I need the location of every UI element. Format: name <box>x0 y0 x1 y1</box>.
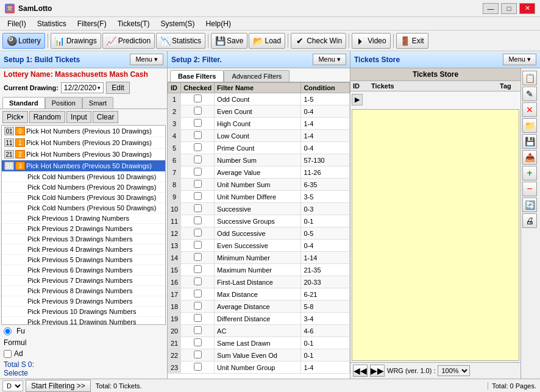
table-row[interactable]: 1 Odd Count 1-5 <box>168 93 350 105</box>
filter-checked-cell[interactable] <box>181 337 215 349</box>
table-row[interactable]: 22 Sum Value Even Od 0-1 <box>168 349 350 362</box>
list-item[interactable]: Pick Previous 2 Drawings Numbers <box>2 224 165 234</box>
toolbar-load[interactable]: 📂 Load <box>249 33 285 49</box>
toolbar-statistics[interactable]: 📉 Statistics <box>156 33 205 49</box>
list-item[interactable]: 111Pick Hot Numbers (Previous 20 Drawing… <box>2 137 165 149</box>
action-btn-export[interactable]: 📤 <box>522 150 537 165</box>
filter-checked-cell[interactable] <box>181 276 215 288</box>
action-btn-remove[interactable]: − <box>522 182 537 196</box>
radio-full[interactable] <box>4 327 12 335</box>
action-btn-refresh[interactable]: 🔄 <box>522 198 537 212</box>
menu-file[interactable]: File(I) <box>2 18 31 29</box>
list-item[interactable]: Pick Previous 10 Drawings Numbers <box>2 307 165 317</box>
close-button[interactable]: ✕ <box>519 3 535 14</box>
table-row[interactable]: 17 Max Distance 6-21 <box>168 288 350 301</box>
minimize-button[interactable]: — <box>483 3 499 14</box>
toolbar-save[interactable]: 💾 Save <box>211 33 247 49</box>
toolbar-checkwin[interactable]: ✔ Check Win <box>291 33 346 49</box>
toolbar-drawings[interactable]: 📊 Drawings <box>51 33 101 49</box>
action-btn-edit[interactable]: ✎ <box>522 87 537 101</box>
input-button[interactable]: Input <box>66 111 91 123</box>
menu-system[interactable]: System(S) <box>156 18 200 29</box>
filter-checked-cell[interactable] <box>181 313 215 325</box>
filter-checked-cell[interactable] <box>181 191 215 203</box>
filter-checked-cell[interactable] <box>181 93 215 105</box>
table-row[interactable]: 20 AC 4-6 <box>168 325 350 337</box>
action-btn-folder[interactable]: 📁 <box>522 118 537 133</box>
table-row[interactable]: 16 First-Last Distance 20-33 <box>168 276 350 288</box>
filter-checked-cell[interactable] <box>181 288 215 301</box>
filter-checked-cell[interactable] <box>181 240 215 252</box>
table-row[interactable]: 3 High Count 1-4 <box>168 118 350 130</box>
action-btn-copy[interactable]: 📋 <box>522 71 537 85</box>
filter-checked-cell[interactable] <box>181 215 215 227</box>
table-row[interactable]: 10 Successive 0-3 <box>168 203 350 215</box>
edit-button[interactable]: Edit <box>106 82 130 94</box>
tab-standard[interactable]: Standard <box>2 97 45 109</box>
table-row[interactable]: 18 Average Distance 5-8 <box>168 301 350 313</box>
list-item[interactable]: Pick Cold Numbers (Previous 30 Drawings) <box>2 193 165 203</box>
filter-checked-cell[interactable] <box>181 362 215 374</box>
table-row[interactable]: 11 Successive Groups 0-1 <box>168 215 350 227</box>
filter-checked-cell[interactable] <box>181 301 215 313</box>
list-item[interactable]: Pick Previous 5 Drawings Numbers <box>2 255 165 265</box>
list-item[interactable]: Pick Previous 11 Drawings Numbers <box>2 317 165 325</box>
nav-prev-button[interactable]: ◀◀ <box>353 365 368 377</box>
list-item[interactable]: Pick Cold Numbers (Previous 10 Drawings) <box>2 172 165 182</box>
menu-tickets[interactable]: Tickets(T) <box>113 18 155 29</box>
action-btn-delete[interactable]: ✕ <box>522 102 537 117</box>
table-row[interactable]: 9 Unit Number Differe 3-5 <box>168 191 350 203</box>
filter-checked-cell[interactable] <box>181 227 215 240</box>
table-row[interactable]: 7 Average Value 11-26 <box>168 166 350 179</box>
table-row[interactable]: 13 Even Successive 0-4 <box>168 240 350 252</box>
drawing-date-arrow[interactable]: ▾ <box>98 85 101 91</box>
filter-checked-cell[interactable] <box>181 203 215 215</box>
list-item[interactable]: Pick Previous 9 Drawings Numbers <box>2 296 165 307</box>
toolbar-prediction[interactable]: 📈 Prediction <box>102 33 155 49</box>
right-panel-menu-button[interactable]: Menu ▾ <box>503 54 536 65</box>
list-item[interactable]: Pick Previous 3 Drawings Numbers <box>2 234 165 244</box>
checkbox-add[interactable] <box>4 350 12 358</box>
filter-checked-cell[interactable] <box>181 325 215 337</box>
filter-checked-cell[interactable] <box>181 179 215 191</box>
nav-next-button[interactable]: ▶▶ <box>370 365 385 377</box>
mid-panel-menu-button[interactable]: Menu ▾ <box>313 54 346 65</box>
list-item[interactable]: 212Pick Hot Numbers (Previous 30 Drawing… <box>2 149 165 160</box>
toolbar-video[interactable]: ⏵ Video <box>352 33 390 49</box>
zoom-select[interactable]: 100% 75% 125% <box>438 365 470 376</box>
action-btn-save[interactable]: 💾 <box>522 134 537 149</box>
menu-filters[interactable]: Filters(F) <box>73 18 112 29</box>
list-item[interactable]: 010Pick Hot Numbers (Previous 10 Drawing… <box>2 126 165 137</box>
list-item[interactable]: Pick Cold Numbers (Previous 50 Drawings) <box>2 203 165 213</box>
table-row[interactable]: 21 Same Last Drawn 0-1 <box>168 337 350 349</box>
table-row[interactable]: 14 Minimum Number 1-14 <box>168 252 350 264</box>
filter-tab-base[interactable]: Base Filters <box>170 70 224 82</box>
list-item[interactable]: Pick Previous 6 Drawings Numbers <box>2 265 165 276</box>
list-item[interactable]: 313Pick Hot Numbers (Previous 50 Drawing… <box>2 160 165 172</box>
maximize-button[interactable]: □ <box>501 3 517 14</box>
list-item[interactable]: Pick Previous 7 Drawings Numbers <box>2 276 165 286</box>
table-row[interactable]: 6 Number Sum 57-130 <box>168 154 350 166</box>
toolbar-lottery[interactable]: 🎱 Lottery <box>2 33 45 49</box>
table-row[interactable]: 5 Prime Count 0-4 <box>168 142 350 154</box>
table-row[interactable]: 15 Maximum Number 21-35 <box>168 264 350 276</box>
filter-checked-cell[interactable] <box>181 252 215 264</box>
filter-checked-cell[interactable] <box>181 154 215 166</box>
left-panel-menu-button[interactable]: Menu ▾ <box>130 54 163 65</box>
list-item[interactable]: Pick Previous 8 Drawings Numbers <box>2 286 165 296</box>
table-row[interactable]: 2 Even Count 0-4 <box>168 105 350 118</box>
drawing-date-input[interactable]: 12/2/2020 ▾ <box>61 82 104 93</box>
list-item[interactable]: Pick Previous 1 Drawing Numbers <box>2 213 165 224</box>
table-row[interactable]: 12 Odd Successive 0-5 <box>168 227 350 240</box>
filter-checked-cell[interactable] <box>181 166 215 179</box>
filter-checked-cell[interactable] <box>181 118 215 130</box>
clear-button[interactable]: Clear <box>93 111 119 123</box>
table-row[interactable]: 19 Different Distance 3-4 <box>168 313 350 325</box>
tab-position[interactable]: Position <box>45 97 82 109</box>
filter-tab-advanced[interactable]: Advanced Filters <box>224 70 290 82</box>
filter-checked-cell[interactable] <box>181 142 215 154</box>
filter-checked-cell[interactable] <box>181 349 215 362</box>
status-dropdown[interactable]: D <box>2 380 23 391</box>
action-btn-print[interactable]: 🖨 <box>522 213 537 228</box>
menu-statistics[interactable]: Statistics <box>32 18 71 29</box>
